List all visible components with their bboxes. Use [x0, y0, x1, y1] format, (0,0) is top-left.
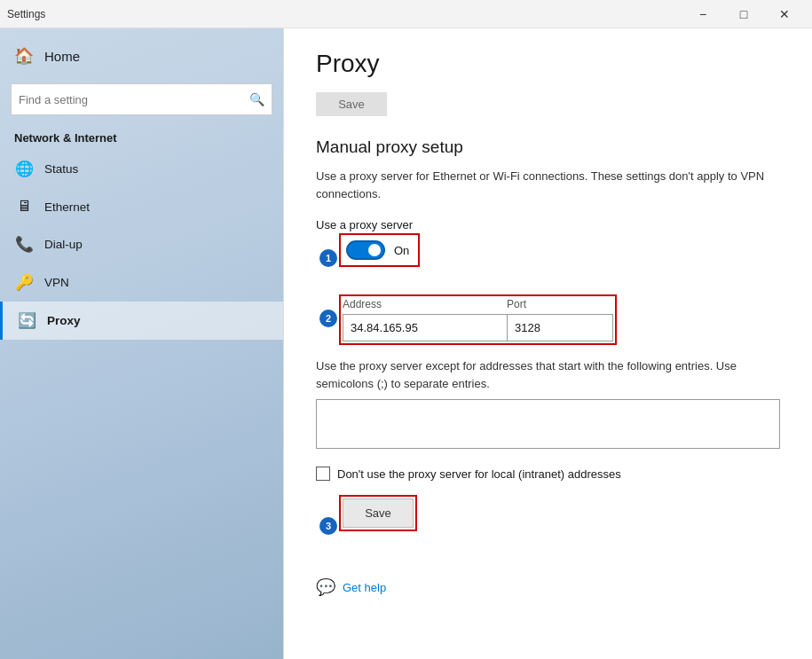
sidebar-item-label-dialup: Dial-up — [44, 238, 83, 251]
title-bar: Settings − □ ✕ — [0, 0, 812, 28]
minimize-button[interactable]: − — [682, 0, 723, 28]
sidebar-item-dialup[interactable]: 📞 Dial-up — [0, 225, 283, 263]
use-proxy-label: Use a proxy server — [316, 218, 780, 231]
manual-proxy-description: Use a proxy server for Ethernet or Wi-Fi… — [316, 168, 780, 202]
title-bar-controls: − □ ✕ — [682, 0, 805, 28]
get-help-link[interactable]: Get help — [343, 581, 386, 594]
home-icon: 🏠 — [14, 46, 34, 66]
port-label: Port — [507, 298, 613, 310]
toggle-row: On — [343, 237, 416, 263]
sidebar-item-label-vpn: VPN — [44, 276, 69, 289]
close-button[interactable]: ✕ — [764, 0, 805, 28]
save-button-top[interactable]: Save — [316, 92, 387, 116]
vpn-icon: 🔑 — [14, 273, 34, 292]
title-bar-title: Settings — [7, 8, 45, 20]
get-help-icon: 💬 — [316, 577, 335, 597]
address-port-inputs — [343, 314, 613, 341]
manual-proxy-section-title: Manual proxy setup — [316, 137, 780, 157]
badge-1: 1 — [319, 249, 337, 267]
address-port-container: Address Port — [343, 298, 613, 341]
sidebar-item-proxy[interactable]: 🔄 Proxy — [0, 302, 283, 340]
sidebar-item-label-proxy: Proxy — [47, 314, 81, 327]
proxy-toggle[interactable] — [346, 240, 385, 260]
dialup-icon: 📞 — [14, 235, 34, 254]
exceptions-description: Use the proxy server except for addresse… — [316, 357, 780, 392]
home-label: Home — [44, 49, 80, 64]
search-icon[interactable]: 🔍 — [249, 92, 264, 106]
sidebar-item-label-ethernet: Ethernet — [44, 200, 90, 214]
port-input[interactable] — [507, 314, 613, 341]
local-addresses-checkbox[interactable] — [316, 467, 330, 481]
app-body: 🏠 Home 🔍 Network & Internet 🌐 Status 🖥 E… — [0, 28, 812, 659]
get-help-row: 💬 Get help — [316, 577, 780, 597]
ethernet-icon: 🖥 — [14, 198, 34, 216]
address-input[interactable] — [343, 314, 507, 341]
maximize-button[interactable]: □ — [723, 0, 764, 28]
address-port-labels: Address Port — [343, 298, 613, 314]
sidebar-home-button[interactable]: 🏠 Home — [0, 35, 283, 76]
sidebar-item-label-status: Status — [44, 162, 78, 176]
sidebar: 🏠 Home 🔍 Network & Internet 🌐 Status 🖥 E… — [0, 28, 284, 659]
toggle-state-label: On — [394, 244, 409, 257]
sidebar-item-status[interactable]: 🌐 Status — [0, 150, 283, 188]
page-title: Proxy — [316, 50, 780, 78]
checkbox-row: Don't use the proxy server for local (in… — [316, 467, 780, 481]
badge-2: 2 — [319, 310, 337, 327]
exceptions-textarea[interactable] — [316, 399, 780, 449]
status-icon: 🌐 — [14, 160, 34, 178]
sidebar-item-ethernet[interactable]: 🖥 Ethernet — [0, 188, 283, 225]
checkbox-label: Don't use the proxy server for local (in… — [337, 467, 621, 481]
address-label: Address — [343, 298, 507, 310]
search-input[interactable] — [19, 93, 249, 106]
save-button-bottom[interactable]: Save — [343, 498, 414, 528]
badge-3: 3 — [319, 517, 337, 535]
toggle-knob — [368, 244, 381, 256]
sidebar-section-title: Network & Internet — [0, 122, 283, 150]
proxy-icon: 🔄 — [17, 311, 36, 330]
search-bar: 🔍 — [11, 83, 272, 115]
sidebar-item-vpn[interactable]: 🔑 VPN — [0, 263, 283, 302]
content-area: Proxy Save Manual proxy setup Use a prox… — [284, 28, 812, 659]
